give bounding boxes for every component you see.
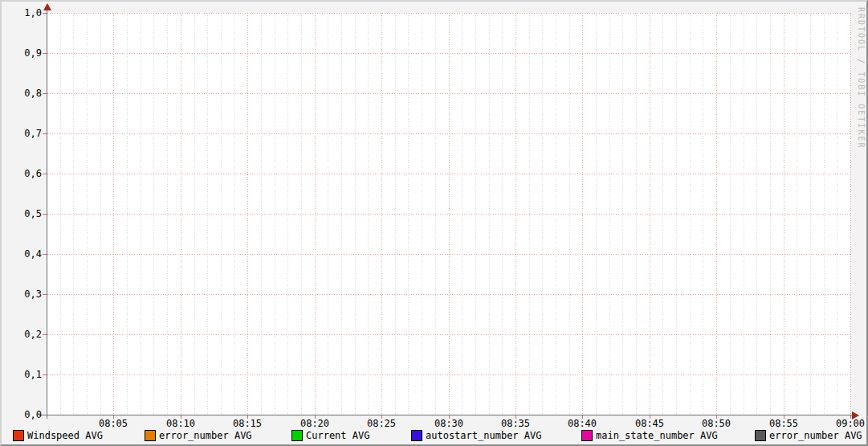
grid-line-major-h [47, 174, 851, 174]
y-tick-label: 0,2 [2, 329, 42, 340]
y-axis-line [47, 7, 47, 419]
y-tick-label: 0,7 [2, 128, 42, 139]
x-tick-label: 08:10 [161, 418, 200, 429]
x-tick-label: 08:15 [228, 418, 267, 429]
legend-swatch-icon [411, 430, 422, 441]
y-axis-arrow-icon [43, 3, 51, 10]
x-tick-label: 08:55 [764, 418, 803, 429]
y-tick-label: 0,3 [2, 288, 42, 300]
grid-line-major-h [47, 334, 851, 335]
x-tick-label: 09:00 [831, 418, 868, 429]
x-tick-label: 08:20 [295, 418, 334, 429]
x-tick-label: 08:45 [630, 418, 669, 429]
legend-label: Windspeed AVG [27, 429, 103, 442]
legend-label: main_state_number AVG [596, 429, 718, 442]
legend-swatch-icon [13, 430, 24, 441]
y-tick-label: 0,0 [2, 409, 42, 420]
grid-line-major-h [47, 294, 851, 295]
x-tick-label: 08:25 [362, 418, 401, 429]
watermark: RRDTOOL / TOBI OETIKER [857, 7, 866, 149]
legend-swatch-icon [145, 430, 156, 441]
x-axis-line [39, 415, 853, 415]
y-tick-label: 0,8 [2, 88, 42, 99]
y-tick-label: 0,4 [2, 248, 42, 260]
legend-swatch-icon [581, 430, 593, 441]
x-tick-label: 08:40 [563, 418, 601, 429]
grid-line-major-h [47, 93, 851, 94]
x-tick-label: 08:50 [697, 418, 736, 429]
y-tick-label: 1,0 [2, 7, 42, 18]
y-tick-label: 0,6 [2, 168, 42, 179]
legend-swatch-icon [755, 430, 766, 441]
legend-swatch-icon [291, 430, 303, 441]
x-tick-label: 08:30 [430, 418, 468, 429]
x-tick-label: 08:35 [496, 418, 535, 429]
grid-line-major-h [47, 53, 851, 54]
rrdtool-graph: 0,00,10,20,30,40,50,60,70,80,91,008:0508… [0, 0, 868, 446]
legend-label: error_number AVG [159, 429, 252, 442]
y-tick-label: 0,9 [2, 47, 42, 59]
legend-label: autostart_number AVG [426, 429, 542, 442]
grid-line-major-h [47, 13, 851, 14]
grid-line-major-h [47, 214, 851, 215]
grid-line-major-h [47, 254, 851, 255]
x-tick-label: 08:05 [94, 418, 132, 429]
legend-label: Current AVG [306, 429, 369, 442]
grid-line-major-h [47, 374, 851, 375]
y-tick-label: 0,5 [2, 208, 42, 219]
y-tick-label: 0,1 [2, 369, 42, 380]
legend-label: error_number AVG [769, 429, 862, 442]
grid-line-major-h [47, 133, 851, 134]
